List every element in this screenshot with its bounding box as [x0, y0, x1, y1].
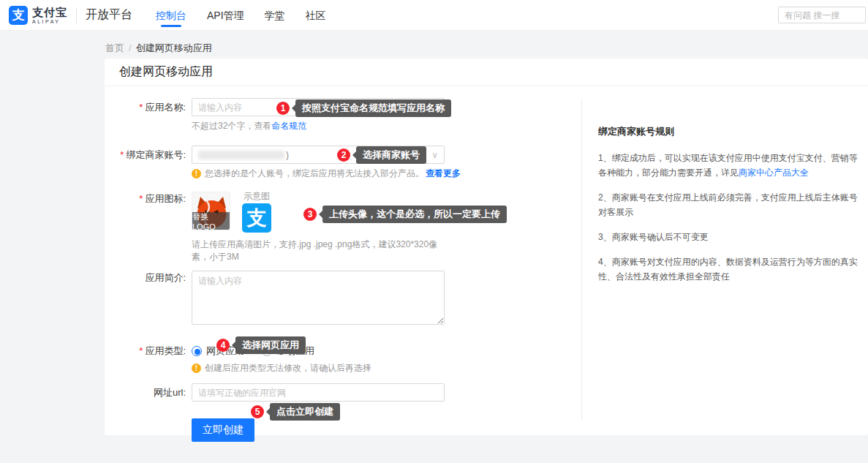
merchant-account-row: *绑定商家账号: ) ∨ ! 您选择的是个人账号，绑定后应用将无法接入部分产品。…: [105, 146, 573, 180]
warning-icon: !: [192, 364, 201, 373]
warning-icon: !: [192, 169, 201, 178]
top-header: 支 支付宝 ALIPAY 开放平台 控制台 API管理 学堂 社区: [0, 0, 868, 31]
nav-item-api-management[interactable]: API管理: [205, 0, 246, 31]
create-now-button[interactable]: 立即创建: [192, 418, 254, 442]
card-body: *应用名称: 不超过32个字，查看命名规范 *绑定商家账号: ) ∨: [105, 86, 868, 434]
redacted-account-value: [198, 151, 284, 159]
submit-row: 立即创建: [105, 418, 573, 442]
breadcrumb-current: 创建网页移动应用: [136, 42, 212, 53]
brand-name: 支付宝: [32, 7, 67, 18]
merchant-account-warning: ! 您选择的是个人账号，绑定后应用将无法接入部分产品。 查看更多: [192, 167, 445, 180]
search-input[interactable]: [778, 7, 866, 23]
vertical-divider: [581, 99, 582, 420]
merchant-account-select[interactable]: ) ∨: [192, 146, 445, 164]
nav-item-console[interactable]: 控制台: [154, 0, 188, 31]
app-desc-row: 应用简介:: [105, 271, 573, 328]
rules-title: 绑定商家账号规则: [598, 124, 863, 139]
app-icon-row: *应用图标:: [105, 192, 573, 263]
app-icon-label: *应用图标:: [105, 192, 192, 263]
alipay-logo-text: 支付宝 ALIPAY: [32, 7, 67, 24]
alipay-open-platform-page: 支 支付宝 ALIPAY 开放平台 控制台 API管理 学堂 社区 首页/创建网…: [0, 0, 868, 463]
platform-name: 开放平台: [86, 7, 132, 23]
breadcrumb: 首页/创建网页移动应用: [105, 42, 212, 55]
app-logo-upload[interactable]: 替换LOGO: [192, 192, 230, 230]
app-name-row: *应用名称: 不超过32个字，查看命名规范: [105, 98, 573, 132]
rule-item-3: 3、商家账号确认后不可变更: [598, 230, 863, 244]
alipay-logo-icon: 支: [9, 6, 28, 25]
create-app-form: *应用名称: 不超过32个字，查看命名规范 *绑定商家账号: ) ∨: [105, 98, 573, 442]
app-desc-textarea[interactable]: [192, 271, 445, 325]
radio-selected-icon: [192, 346, 202, 356]
example-icon-block: 示意图 支: [242, 192, 271, 233]
breadcrumb-separator: /: [129, 42, 132, 53]
breadcrumb-home[interactable]: 首页: [105, 42, 124, 53]
nav-item-community[interactable]: 社区: [304, 0, 328, 31]
required-mark: *: [139, 193, 143, 204]
app-type-warning: ! 创建后应用类型无法修改，请确认后再选择: [192, 362, 445, 374]
alipay-logo-glyph: 支: [12, 7, 25, 23]
url-input[interactable]: [192, 383, 445, 402]
merchant-account-rules-panel: 绑定商家账号规则 1、绑定成功后，可以实现在该支付应用中使用支付宝支付、营销等各…: [598, 124, 863, 294]
account-value-suffix: ): [286, 150, 289, 160]
required-mark: *: [139, 102, 143, 113]
top-nav: 控制台 API管理 学堂 社区: [154, 0, 328, 31]
app-name-help: 不超过32个字，查看命名规范: [192, 120, 445, 132]
chevron-down-icon: ∨: [431, 150, 438, 160]
required-mark: *: [120, 149, 124, 160]
page-title: 创建网页移动应用: [119, 64, 213, 80]
brand-subtitle: ALIPAY: [32, 19, 67, 24]
url-row: 网址url:: [105, 383, 573, 402]
card-header: 创建网页移动应用: [105, 59, 868, 86]
rule-item-2: 2、商家账号在支付应用上线前必须完善，支付应用上线后主体账号对客展示: [598, 190, 863, 219]
url-label: 网址url:: [105, 383, 192, 402]
app-icon-help: 请上传应用高清图片，支持.jpg .jpeg .png格式，建议320*320像…: [192, 238, 445, 263]
app-type-label: *应用类型:: [105, 342, 192, 374]
alipay-logo[interactable]: 支 支付宝 ALIPAY 开放平台: [0, 6, 132, 25]
alipay-example-icon: 支: [242, 203, 271, 233]
app-name-input[interactable]: [192, 98, 445, 116]
example-caption: 示意图: [244, 192, 271, 201]
rule-item-1: 1、绑定成功后，可以实现在该支付应用中使用支付宝支付、营销等各种能力，部分能力需…: [598, 151, 863, 180]
merchant-center-products-link[interactable]: 商家中心产品大全: [739, 167, 809, 178]
see-more-link[interactable]: 查看更多: [426, 167, 461, 180]
radio-mobile-app[interactable]: 移动应用: [262, 345, 314, 358]
naming-rules-link[interactable]: 命名规范: [271, 121, 306, 131]
logo-divider: [76, 7, 77, 23]
app-name-label: *应用名称:: [105, 98, 192, 132]
nav-item-school[interactable]: 学堂: [263, 0, 287, 31]
radio-unselected-icon: [262, 346, 272, 356]
app-desc-label: 应用简介:: [105, 271, 192, 328]
replace-logo-overlay[interactable]: 替换LOGO: [192, 212, 230, 230]
create-app-card: 创建网页移动应用 *应用名称: 不超过32个字，查看命名规范 *绑定商家账号:: [105, 59, 868, 435]
rule-item-4: 4、商家账号对支付应用的内容、数据资料及运营行为等方面的真实性、合法性及有效性承…: [598, 255, 863, 284]
radio-web-app[interactable]: 网页应用: [192, 345, 244, 358]
required-mark: *: [139, 345, 143, 356]
merchant-account-label: *绑定商家账号:: [105, 146, 192, 180]
app-type-row: *应用类型: 网页应用 移动应用 ! 创建后应用类型无法修改，请确认后再选择: [105, 342, 573, 374]
